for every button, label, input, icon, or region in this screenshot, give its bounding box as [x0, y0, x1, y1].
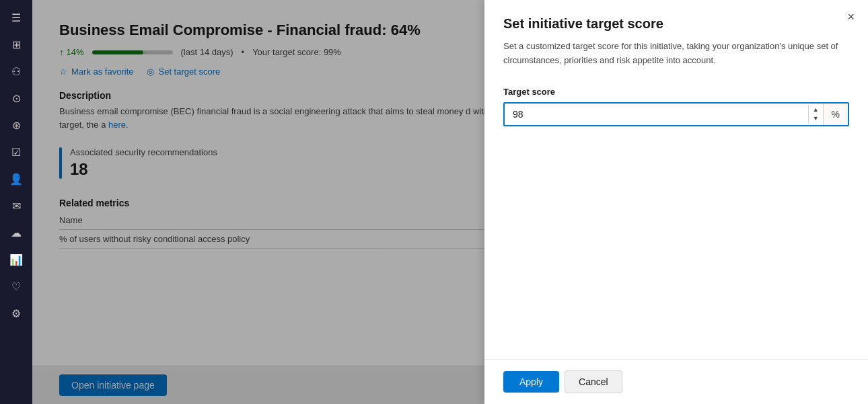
apply-button[interactable]: Apply [503, 371, 559, 393]
target-score-input-wrapper: ▲ ▼ % [503, 102, 849, 126]
home-icon[interactable]: ⊞ [4, 32, 28, 56]
menu-icon[interactable]: ☰ [4, 5, 28, 30]
panel-close-button[interactable]: × [847, 11, 855, 23]
main-content: Business Email Compromise - Financial fr… [32, 0, 868, 404]
panel-footer: Apply Cancel [484, 359, 868, 404]
heart-icon[interactable]: ♡ [4, 274, 28, 298]
clock-icon[interactable]: ⊙ [4, 86, 28, 110]
target-score-field-label: Target score [503, 87, 849, 97]
cloud-icon[interactable]: ☁ [4, 220, 28, 245]
user-icon[interactable]: 👤 [4, 167, 28, 191]
sidebar: ☰ ⊞ ⚇ ⊙ ⊛ ☑ 👤 ✉ ☁ 📊 ♡ ⚙ [0, 0, 32, 404]
mail-icon[interactable]: ✉ [4, 194, 28, 218]
target-score-input[interactable] [505, 104, 808, 125]
percent-label: % [823, 104, 848, 125]
score-spinner: ▲ ▼ [808, 106, 823, 123]
set-target-panel: × Set initiative target score Set a cust… [484, 0, 868, 404]
panel-title: Set initiative target score [503, 16, 849, 32]
panel-body: Target score ▲ ▼ % [484, 87, 868, 359]
panel-header: × Set initiative target score Set a cust… [484, 0, 868, 87]
cancel-button[interactable]: Cancel [565, 370, 622, 393]
people-icon[interactable]: ⚇ [4, 59, 28, 83]
spinner-up-button[interactable]: ▲ [809, 106, 823, 114]
spinner-down-button[interactable]: ▼ [809, 114, 823, 123]
settings-icon[interactable]: ⚙ [4, 301, 28, 325]
shield-icon[interactable]: ⊛ [4, 113, 28, 137]
chart-icon[interactable]: 📊 [4, 247, 28, 272]
checklist-icon[interactable]: ☑ [4, 140, 28, 164]
panel-description: Set a customized target score for this i… [503, 40, 849, 68]
